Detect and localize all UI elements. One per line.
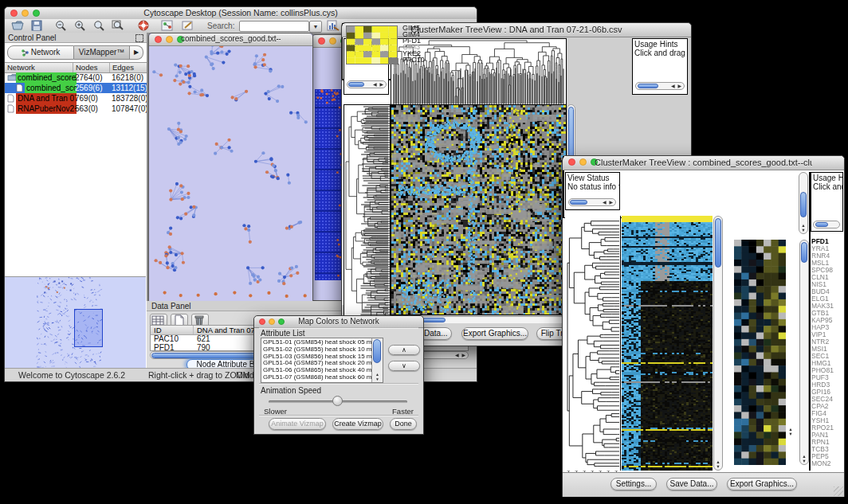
network-row[interactable]: RNAPuberNov2+563(0)107847(0) bbox=[5, 104, 147, 114]
tab-label: Network bbox=[31, 46, 61, 59]
desktop: Cytoscape Desktop (Session Name: collins… bbox=[0, 0, 848, 504]
column-id[interactable]: ID bbox=[151, 326, 194, 334]
network-name: DNA and Tran 07 bbox=[16, 93, 77, 104]
scroll-thumb[interactable] bbox=[715, 218, 721, 268]
minimize-button[interactable] bbox=[579, 158, 587, 166]
overview-viewport-rect[interactable] bbox=[74, 309, 103, 347]
column-network[interactable]: Network bbox=[5, 63, 73, 72]
network-view-1-canvas[interactable] bbox=[150, 46, 312, 301]
animation-speed-slider-thumb[interactable] bbox=[332, 396, 343, 406]
usage-hints-scrollbar[interactable] bbox=[813, 221, 840, 229]
network-overview[interactable] bbox=[5, 276, 146, 369]
help-lifebuoy-icon[interactable] bbox=[137, 20, 150, 31]
column-edges[interactable]: Edges bbox=[110, 63, 147, 72]
zoom-fit-icon[interactable] bbox=[112, 20, 124, 31]
button-settings-[interactable]: Settings... bbox=[610, 478, 657, 490]
zoom-heatmap-canvas[interactable] bbox=[346, 25, 398, 64]
attribute-list: GPL51-01 (GSM854) heat shock 05 minGPL51… bbox=[263, 339, 371, 381]
create-vizmap-button[interactable]: Create Vizmap bbox=[332, 418, 383, 430]
scroll-arrows[interactable]: ▲▼ bbox=[714, 459, 722, 469]
dialog-titlebar[interactable]: Map Colors to Network bbox=[254, 316, 423, 328]
minimize-button[interactable] bbox=[22, 10, 29, 17]
scroll-arrows[interactable]: ▲▼ bbox=[372, 372, 383, 381]
zoom-in-icon[interactable] bbox=[73, 20, 86, 31]
tab-network[interactable]: Network bbox=[7, 45, 74, 60]
scroll-thumb[interactable] bbox=[638, 84, 658, 88]
close-button[interactable] bbox=[259, 318, 265, 325]
float-panel-icon[interactable] bbox=[135, 34, 143, 42]
scroll-thumb[interactable] bbox=[348, 82, 364, 87]
open-file-icon[interactable] bbox=[11, 20, 24, 31]
network-window-1[interactable]: combined_scores_good.txt--cluste... bbox=[148, 33, 313, 303]
network-row[interactable]: combined_scores_2764(0)16218(0) bbox=[5, 72, 147, 83]
button-save-data-[interactable]: Save Data... bbox=[666, 478, 717, 490]
zoom-heatmap-canvas[interactable] bbox=[734, 240, 786, 465]
move-down-button[interactable]: ∨ bbox=[388, 361, 420, 371]
search-input[interactable] bbox=[239, 21, 309, 32]
move-up-button[interactable]: ∧ bbox=[388, 345, 420, 355]
status-welcome: Welcome to Cytoscape 2.6.2 bbox=[18, 370, 125, 380]
window-controls bbox=[10, 10, 40, 17]
close-button[interactable] bbox=[568, 158, 575, 166]
network-row[interactable]: combined_sco2569(6)13112(15) bbox=[5, 83, 147, 93]
zoom-view-arrows[interactable]: ▲▼ bbox=[787, 427, 795, 436]
zoom-button[interactable] bbox=[278, 318, 285, 325]
minimize-button[interactable] bbox=[166, 36, 173, 43]
row-dendrogram-canvas[interactable] bbox=[344, 104, 391, 323]
global-heatmap-canvas[interactable] bbox=[622, 216, 713, 471]
scroll-thumb[interactable] bbox=[800, 192, 807, 217]
scroll-arrows[interactable]: ◀ ▶ bbox=[603, 199, 614, 206]
column-nodes[interactable]: Nodes bbox=[73, 63, 110, 72]
treeview2-titlebar[interactable]: ClusterMaker TreeView : combined_scores_… bbox=[563, 156, 844, 170]
done-button[interactable]: Done bbox=[390, 418, 417, 430]
row-dendrogram-canvas[interactable] bbox=[565, 216, 621, 471]
network-window-1-titlebar[interactable]: combined_scores_good.txt--cluste... bbox=[149, 33, 312, 46]
usage-hints-scrollbar[interactable]: ◀ ▶ bbox=[635, 82, 685, 90]
scroll-thumb[interactable] bbox=[570, 200, 587, 205]
network-view-2-canvas[interactable] bbox=[315, 89, 342, 280]
heatmap-vscrollbar[interactable]: ▲▼ bbox=[713, 216, 723, 471]
minimize-button[interactable] bbox=[269, 318, 275, 325]
row-label[interactable]: PAC10 bbox=[402, 57, 425, 63]
save-icon[interactable] bbox=[30, 20, 43, 31]
minimize-button[interactable] bbox=[329, 37, 336, 45]
animate-vizmap-button[interactable]: Animate Vizmap bbox=[269, 418, 326, 430]
resize-grip[interactable] bbox=[834, 486, 843, 496]
global-heatmap-canvas[interactable] bbox=[391, 104, 567, 315]
network-name: combined_scores_ bbox=[16, 72, 77, 83]
scroll-arrows[interactable]: ▲▼ bbox=[800, 454, 808, 463]
button-export-graphics-[interactable]: Export Graphics... bbox=[727, 478, 797, 490]
scroll-arrows[interactable]: ▲▼ bbox=[799, 223, 807, 232]
scroll-arrows[interactable]: ◀ ▶ bbox=[671, 83, 682, 90]
search-dropdown-icon[interactable]: ▼ bbox=[309, 21, 322, 33]
attribute-item[interactable]: GPL51-07 (GSM868) heat shock 60 min bbox=[263, 374, 371, 381]
close-button[interactable] bbox=[318, 37, 325, 45]
annotation-icon[interactable] bbox=[182, 20, 194, 31]
tab-overflow-arrow[interactable]: ▶ bbox=[130, 45, 143, 60]
view-status-scrollbar[interactable]: ◀ ▶ bbox=[347, 80, 387, 88]
attribute-list-label: Attribute List bbox=[261, 329, 305, 338]
network-row[interactable]: DNA and Tran 07769(0)183728(0) bbox=[5, 93, 147, 104]
zoom-out-icon[interactable] bbox=[54, 20, 67, 31]
scroll-arrows[interactable]: ◀ ▶ bbox=[373, 81, 384, 88]
view-status-scrollbar[interactable]: ◀ ▶ bbox=[568, 198, 616, 206]
close-button[interactable] bbox=[155, 36, 162, 43]
gene-label[interactable]: MON2 bbox=[811, 460, 843, 467]
button-export-graphics-[interactable]: Export Graphics... bbox=[461, 327, 528, 340]
zoom-selected-icon[interactable] bbox=[92, 20, 105, 31]
close-button[interactable] bbox=[10, 10, 18, 17]
scroll-arrows[interactable]: ◀ ▶ bbox=[455, 352, 466, 359]
network-table-header: Network Nodes Edges bbox=[5, 62, 147, 73]
attribute-listbox: GPL51-01 (GSM854) heat shock 05 minGPL51… bbox=[261, 338, 383, 383]
scroll-thumb[interactable] bbox=[373, 339, 381, 363]
zoom-vscrollbar[interactable]: ▲▼ bbox=[799, 240, 809, 465]
document-icon bbox=[7, 104, 14, 113]
chart-tool-icon[interactable] bbox=[327, 20, 340, 31]
tab-vizmapper[interactable]: VizMapper™ bbox=[74, 45, 130, 60]
main-titlebar[interactable]: Cytoscape Desktop (Session Name: collins… bbox=[5, 7, 477, 20]
scroll-thumb[interactable] bbox=[815, 222, 828, 227]
scroll-thumb[interactable] bbox=[801, 242, 807, 263]
attribute-list-scrollbar[interactable]: ▲▼ bbox=[371, 338, 383, 382]
column-labels-scrollbar[interactable]: ▲▼ bbox=[799, 172, 808, 234]
network-modify-icon[interactable] bbox=[161, 20, 174, 31]
